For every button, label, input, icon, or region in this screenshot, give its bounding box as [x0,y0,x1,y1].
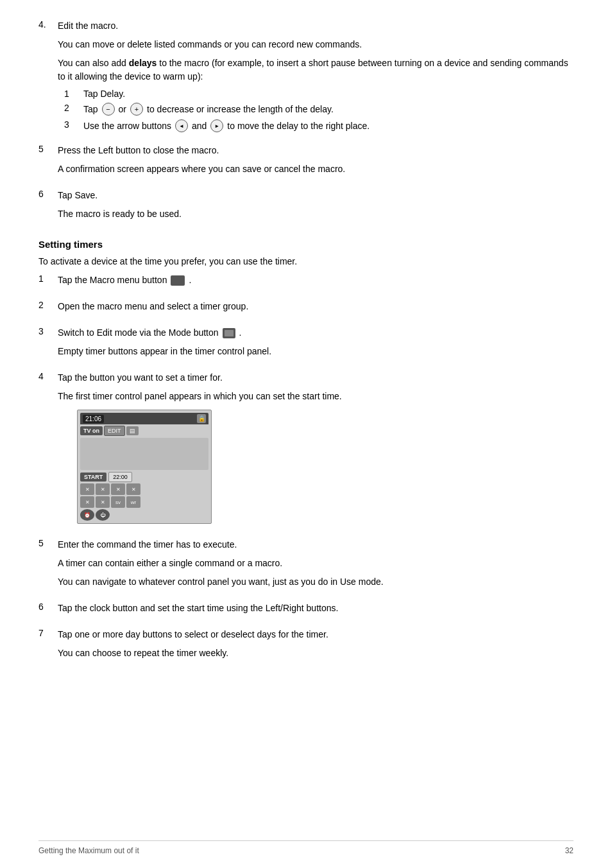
timer-step-4-num: 4 [38,371,58,530]
step-5-content: Press the Left button to close the macro… [58,144,574,181]
substep-4-2: 2 Tap or to decrease or increase the len… [64,103,574,116]
step-6-text: Tap Save. [58,189,574,202]
step-4-para2: You can also add delays to the macro (fo… [58,56,574,83]
timer-step-2-content: Open the macro menu and select a timer g… [58,300,574,318]
day-btn-8: wr [126,496,140,508]
plus-icon [130,103,143,116]
timer-step-4-sub: The first timer control panel appears in… [58,390,574,403]
day-btn-4 [126,483,140,495]
step-4-content: Edit the macro. You can move or delete l… [58,19,574,136]
timer-toolbar: TV on EDIT ▤ [80,426,208,436]
day-btn-6 [96,496,110,508]
section-heading: Setting timers [38,239,574,250]
timer-bottom-row: ⏰ ⏻ [80,509,208,521]
day-btn-7: sv [111,496,125,508]
timer-step-7-sub: You can choose to repeat the timer weekl… [58,647,574,660]
timer-step-3-content: Switch to Edit mode via the Mode button … [58,326,574,363]
timer-step-7-content: Tap one or more day buttons to select or… [58,628,574,665]
timer-step-5-num: 5 [38,538,58,594]
step-5-num: 5 [38,144,58,181]
timer-step-7-num: 7 [38,628,58,665]
day-buttons-row1 [80,483,208,495]
timer-step-2: 2 Open the macro menu and select a timer… [38,300,574,318]
timer-step-3-num: 3 [38,326,58,363]
timer-step-6-content: Tap the clock button and set the start t… [58,602,574,620]
timer-step-5-text: Enter the command the timer has to execu… [58,538,574,551]
step-6: 6 Tap Save. The macro is ready to be use… [38,189,574,226]
extra-button: ▤ [126,426,139,435]
timer-step-1-content: Tap the Macro menu button . [58,273,574,292]
timer-step-5: 5 Enter the command the timer has to exe… [38,538,574,594]
mode-icon [223,328,235,338]
timer-step-5-content: Enter the command the timer has to execu… [58,538,574,594]
timer-panel-header: 21:06 🔒 [80,413,208,424]
timer-step-7-text: Tap one or more day buttons to select or… [58,628,574,641]
step-4-num: 4. [38,19,58,136]
timer-step-6-num: 6 [38,602,58,620]
day-btn-1 [80,483,94,495]
timer-step-4-text: Tap the button you want to set a timer f… [58,371,574,385]
section-intro: To activate a device at the time you pre… [38,255,574,268]
timer-step-2-num: 2 [38,300,58,318]
step-4-para1: You can move or delete listed commands o… [58,38,574,51]
timer-footer: START 22:00 [80,472,208,482]
timer-step-1-text: Tap the Macro menu button . [58,273,574,287]
step-6-content: Tap Save. The macro is ready to be used. [58,189,574,226]
timer-step-7: 7 Tap one or more day buttons to select … [38,628,574,665]
step-4-heading: Edit the macro. [58,19,574,33]
timer-time-display: 21:06 [83,415,104,423]
start-button: START [80,473,106,482]
day-btn-5 [80,496,94,508]
right-arrow-icon [210,119,223,132]
timer-step-4: 4 Tap the button you want to set a timer… [38,371,574,530]
substep-4-1: 1 Tap Delay. [64,89,574,99]
step-5: 5 Press the Left button to close the mac… [38,144,574,181]
timer-step-1: 1 Tap the Macro menu button . [38,273,574,292]
timer-step-3-sub: Empty timer buttons appear in the timer … [58,345,574,358]
time-value: 22:00 [108,472,132,482]
day-btn-2 [96,483,110,495]
timer-step-3-text: Switch to Edit mode via the Mode button … [58,326,574,340]
step-5-sub: A confirmation screen appears where you … [58,162,574,176]
timer-step-1-num: 1 [38,273,58,292]
page-content: 4. Edit the macro. You can move or delet… [38,19,574,665]
day-buttons-row2: sv wr [80,496,208,508]
step-6-num: 6 [38,189,58,226]
substep-4-3: 3 Use the arrow buttons and to move the … [64,119,574,132]
power-icon: ⏻ [96,509,110,521]
page-footer: Getting the Maximum out of it 32 [38,840,574,855]
clock-icon: ⏰ [80,509,94,521]
timer-body [80,438,208,470]
minus-icon [102,103,115,116]
timer-step-3: 3 Switch to Edit mode via the Mode butto… [38,326,574,363]
edit-button: EDIT [104,426,125,436]
footer-right: 32 [565,846,574,855]
macro-menu-icon [171,275,185,286]
tv-on-label: TV on [80,426,103,435]
step-6-sub: The macro is ready to be used. [58,207,574,221]
step-5-text: Press the Left button to close the macro… [58,144,574,157]
timer-panel: 21:06 🔒 TV on EDIT ▤ START 22:00 [77,410,212,524]
lock-icon: 🔒 [197,414,206,423]
timer-step-6: 6 Tap the clock button and set the start… [38,602,574,620]
timer-step-4-content: Tap the button you want to set a timer f… [58,371,574,530]
timer-step-2-text: Open the macro menu and select a timer g… [58,300,574,313]
step-4: 4. Edit the macro. You can move or delet… [38,19,574,136]
left-arrow-icon [175,119,188,132]
timer-step-6-text: Tap the clock button and set the start t… [58,602,574,615]
footer-left: Getting the Maximum out of it [38,846,139,855]
timer-step-5-sub2: You can navigate to whatever control pan… [58,575,574,589]
timer-step-5-sub1: A timer can contain either a single comm… [58,557,574,570]
day-btn-3 [111,483,125,495]
step-4-substeps: 1 Tap Delay. 2 Tap or to decrease or inc… [64,89,574,132]
